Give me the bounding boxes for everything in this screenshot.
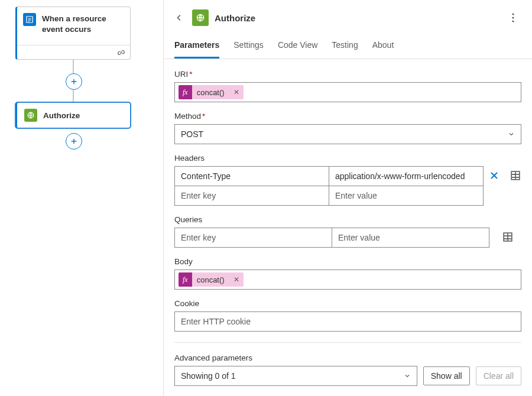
toggle-bulk-edit-button[interactable]: [510, 170, 521, 181]
expression-chip[interactable]: fx concat() ✕: [179, 85, 244, 99]
http-icon: [192, 9, 209, 26]
header-value-input[interactable]: [329, 186, 483, 205]
action-node-authorize[interactable]: Authorize: [15, 102, 131, 128]
table-row: [175, 186, 483, 205]
advanced-params-label: Advanced parameters: [174, 353, 521, 362]
action-node-title: Authorize: [43, 110, 80, 121]
chevron-down-icon: [508, 131, 515, 138]
tab-parameters[interactable]: Parameters: [174, 40, 219, 59]
method-label: Method*: [174, 112, 521, 121]
back-button[interactable]: [172, 11, 186, 25]
tab-settings[interactable]: Settings: [233, 40, 264, 59]
uri-label: URI*: [174, 70, 521, 79]
http-icon: [24, 109, 37, 122]
headers-table: [174, 166, 484, 206]
action-config-panel: Authorize Parameters Settings Code View …: [163, 0, 532, 396]
trigger-node-title: When a resource event occurs: [42, 13, 123, 34]
queries-table: [174, 228, 489, 248]
body-input[interactable]: fx concat() ✕: [174, 270, 521, 290]
trigger-node[interactable]: When a resource event occurs: [15, 7, 131, 60]
header-key-input[interactable]: [175, 186, 329, 205]
connector-edge: [73, 90, 74, 102]
tab-code-view[interactable]: Code View: [278, 40, 317, 59]
queries-label: Queries: [174, 215, 521, 224]
designer-canvas: When a resource event occurs: [0, 0, 163, 396]
body-label: Body: [174, 257, 521, 266]
remove-chip-icon[interactable]: ✕: [229, 88, 244, 96]
advanced-params-select[interactable]: Showing 0 of 1: [174, 366, 417, 386]
method-select[interactable]: POST: [174, 124, 521, 144]
divider: [174, 342, 521, 343]
event-grid-icon: [23, 13, 36, 26]
svg-point-4: [512, 17, 514, 18]
table-row: [175, 167, 483, 186]
fx-icon: fx: [179, 272, 192, 287]
tab-about[interactable]: About: [372, 40, 394, 59]
header-key-input[interactable]: [175, 167, 329, 186]
query-value-input[interactable]: [332, 228, 489, 247]
remove-row-button[interactable]: [488, 170, 500, 181]
table-row: [175, 228, 489, 247]
svg-point-3: [512, 13, 514, 15]
toggle-bulk-edit-button[interactable]: [502, 231, 514, 243]
headers-label: Headers: [174, 154, 521, 163]
svg-point-5: [512, 20, 514, 22]
uri-input[interactable]: fx concat() ✕: [174, 82, 521, 102]
panel-title: Authorize: [215, 13, 255, 23]
cookie-input[interactable]: [174, 311, 521, 332]
show-all-button[interactable]: Show all: [423, 366, 470, 385]
chevron-down-icon: [404, 372, 411, 379]
clear-all-button: Clear all: [476, 366, 521, 385]
connector-edge: [73, 60, 74, 73]
remove-chip-icon[interactable]: ✕: [229, 275, 244, 284]
more-menu-button[interactable]: [505, 9, 521, 26]
tab-testing[interactable]: Testing: [332, 40, 358, 59]
query-key-input[interactable]: [175, 228, 332, 247]
expression-chip[interactable]: fx concat() ✕: [179, 272, 244, 287]
add-step-button[interactable]: [66, 133, 82, 150]
header-value-input[interactable]: [329, 167, 483, 186]
add-step-button[interactable]: [66, 73, 82, 90]
fx-icon: fx: [179, 85, 192, 99]
cookie-label: Cookie: [174, 299, 521, 308]
link-icon: [117, 48, 125, 57]
panel-tabs: Parameters Settings Code View Testing Ab…: [164, 30, 532, 59]
